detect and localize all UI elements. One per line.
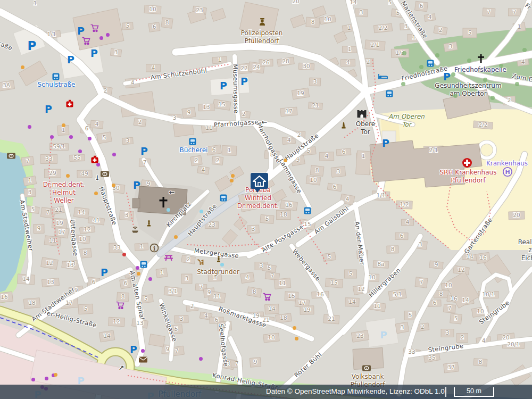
oneway-arrow: ←	[262, 118, 268, 126]
attribution-bar: Daten © OpenStreetMap Mitwirkende, Lizen…	[0, 385, 532, 399]
poi-dot-orange	[231, 174, 235, 178]
house-number: 1/2	[400, 201, 409, 207]
house-number: 11	[213, 293, 220, 300]
house-number: 10/1	[482, 291, 495, 297]
house-number: 3	[401, 324, 404, 330]
map-canvas[interactable]: 1105681/13443A23216423201222426283031921…	[0, 0, 532, 399]
house-number: 1	[518, 23, 521, 30]
house-number: 9	[296, 156, 300, 163]
house-number: 8	[165, 19, 169, 26]
house-number: 26	[262, 59, 269, 65]
house-number: 5	[84, 305, 88, 312]
poi-dot-purple	[106, 33, 110, 37]
house-number: 21	[328, 315, 335, 322]
house-number: 7	[420, 279, 423, 285]
house-number: 4	[406, 219, 410, 225]
house-number: 3	[185, 275, 189, 281]
house-number: 1/1	[47, 31, 56, 37]
house-number: 9	[254, 359, 257, 365]
house-number: 2/1	[429, 147, 438, 153]
poi-dot-orange	[112, 184, 115, 187]
house-number: 2/1	[371, 41, 380, 48]
house-number: 10	[477, 308, 484, 314]
picnic-site-icon	[164, 254, 173, 261]
house-number: 2	[195, 157, 198, 163]
street-label: Pfarrhofgasse	[255, 121, 282, 164]
house-number: 2	[104, 87, 107, 94]
map-marker[interactable]	[251, 173, 268, 189]
house-number: 1	[362, 153, 365, 159]
house-number: 17	[285, 108, 292, 114]
house-number: 21	[55, 206, 62, 213]
house-number: 8	[253, 288, 256, 295]
house-number: 20	[502, 334, 509, 340]
house-number: 13	[136, 320, 143, 326]
street-label: Gartenstraße	[463, 216, 494, 255]
house-number: 11	[205, 124, 212, 131]
bank-icon	[362, 365, 371, 371]
house-number: 17	[298, 300, 305, 306]
bus-stop-icon	[386, 90, 393, 97]
house-number: 29	[49, 170, 56, 176]
church-cross-icon	[159, 196, 168, 208]
police-icon	[259, 18, 267, 26]
poi-dot-purple	[99, 36, 103, 40]
street-label: Pfarrhofgasse	[214, 118, 259, 129]
house-number: 6	[420, 3, 423, 9]
bus-stop-icon	[427, 60, 434, 67]
house-number: 4	[287, 137, 291, 143]
house-number: 20	[513, 212, 520, 218]
house-number: 3	[173, 114, 177, 121]
house-number: 7	[513, 9, 517, 15]
house-number: 7	[26, 157, 30, 164]
house-number: 30	[303, 63, 310, 69]
bus-stop-icon	[189, 138, 196, 145]
house-number: 10	[268, 334, 275, 340]
hospital-symbol-icon: H	[503, 167, 513, 177]
house-number: 1	[228, 147, 231, 153]
house-number: 13	[203, 104, 210, 110]
house-number: 5	[265, 215, 269, 222]
poi-dot-purple	[136, 266, 139, 270]
house-number: 3	[126, 137, 130, 144]
house-number: 3A	[3, 82, 10, 88]
poi-dot-purple	[141, 349, 145, 353]
street-label: Am Gaisbühl	[313, 205, 350, 236]
house-number: 3	[28, 189, 32, 195]
house-number: 1	[347, 24, 351, 31]
tourist-info-icon: i	[150, 244, 159, 253]
house-number: 12	[113, 318, 120, 325]
tree-dot	[402, 51, 406, 55]
house-number: 17	[58, 229, 65, 235]
house-number: 19	[297, 90, 304, 96]
house-number: 3	[360, 9, 363, 15]
house-number: 7	[143, 159, 147, 165]
chapel-cross-icon	[478, 54, 485, 63]
house-number: 11	[49, 237, 56, 244]
house-number: 2	[187, 256, 190, 262]
house-number: 8	[121, 293, 125, 300]
supermarket-icon	[263, 293, 272, 301]
house-icon	[251, 173, 268, 189]
svg-text:H: H	[505, 169, 510, 176]
poi-dot-purple	[50, 135, 54, 139]
bus-stop-icon	[304, 207, 311, 214]
map-labels-layer: 1105681/13443A23216423201222426283031921…	[0, 0, 532, 399]
house-number: 33	[113, 244, 120, 251]
house-number: 6	[433, 300, 437, 306]
house-number: 12	[46, 260, 53, 266]
pharmacy-icon	[66, 100, 73, 108]
house-number: 2	[439, 27, 443, 33]
house-number: 16	[317, 291, 323, 297]
statue-icon	[147, 220, 152, 227]
house-number: 23	[356, 332, 363, 339]
poi-dot-blue	[220, 263, 224, 267]
bank-icon	[7, 153, 16, 159]
monument-icon	[341, 122, 346, 129]
parking-icon: P	[101, 268, 108, 278]
house-number: 5	[396, 10, 400, 16]
poi-dot-purple	[45, 377, 48, 380]
house-number: 4	[346, 59, 350, 65]
house-number: 3	[446, 329, 450, 336]
supermarket-icon	[82, 37, 91, 45]
